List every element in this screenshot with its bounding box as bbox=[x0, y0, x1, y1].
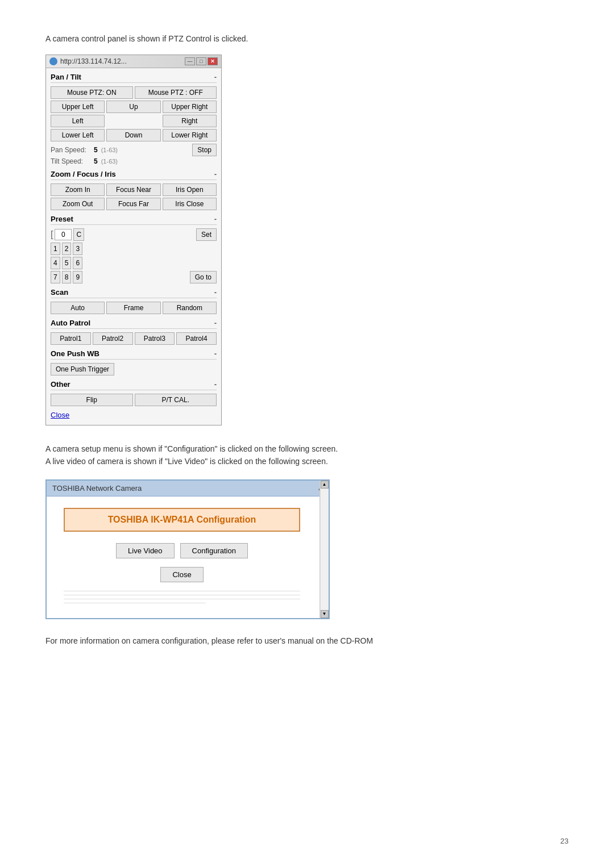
zoom-focus-iris-collapse[interactable]: - bbox=[214, 170, 217, 178]
zoom-focus-iris-header: Zoom / Focus / Iris - bbox=[51, 170, 217, 180]
preset-row-3: 7 8 9 Go to bbox=[51, 271, 217, 283]
scroll-up-button[interactable]: ▲ bbox=[321, 481, 329, 489]
focus-far-button[interactable]: Focus Far bbox=[106, 198, 160, 210]
left-button[interactable]: Left bbox=[51, 115, 105, 127]
upper-left-button[interactable]: Upper Left bbox=[51, 101, 105, 113]
zoom-out-button[interactable]: Zoom Out bbox=[51, 198, 105, 210]
preset-1-button[interactable]: 1 bbox=[51, 243, 60, 255]
footer-text: For more information on camera configura… bbox=[45, 636, 569, 645]
preset-label: Preset bbox=[51, 215, 73, 223]
other-collapse[interactable]: - bbox=[214, 380, 217, 389]
preset-header: Preset - bbox=[51, 215, 217, 225]
preset-2-button[interactable]: 2 bbox=[62, 243, 72, 255]
preset-set-button[interactable]: Set bbox=[196, 228, 217, 241]
middle-text-line1: A camera setup menu is shown if "Configu… bbox=[45, 444, 338, 453]
patrol3-button[interactable]: Patrol3 bbox=[135, 332, 175, 345]
ptz-content: Pan / Tilt - Mouse PTZ: ON Mouse PTZ : O… bbox=[46, 68, 221, 425]
mouse-ptz-on-button[interactable]: Mouse PTZ: ON bbox=[51, 86, 133, 99]
config-scrollbar[interactable]: ▲ ▼ bbox=[320, 481, 329, 618]
config-buttons: Live Video Configuration bbox=[64, 543, 300, 558]
auto-patrol-label: Auto Patrol bbox=[51, 319, 90, 327]
pt-cal-button[interactable]: P/T CAL. bbox=[135, 394, 217, 406]
middle-text: A camera setup menu is shown if "Configu… bbox=[45, 443, 569, 468]
pan-tilt-label: Pan / Tilt bbox=[51, 73, 81, 81]
scan-random-button[interactable]: Random bbox=[163, 302, 217, 314]
scan-label: Scan bbox=[51, 288, 68, 297]
minimize-button[interactable]: — bbox=[185, 57, 195, 65]
config-close-button[interactable]: Close bbox=[160, 567, 203, 582]
ptz-titlebar-left: http://133.114.74.12... bbox=[49, 57, 127, 65]
preset-5-button[interactable]: 5 bbox=[62, 257, 72, 269]
up-button[interactable]: Up bbox=[106, 101, 160, 113]
preset-row-1: 1 2 3 bbox=[51, 243, 217, 255]
preset-input[interactable] bbox=[55, 229, 72, 240]
config-lines bbox=[64, 591, 300, 603]
iris-open-button[interactable]: Iris Open bbox=[163, 183, 217, 196]
tilt-speed-label: Tilt Speed: bbox=[51, 157, 90, 165]
other-buttons-row: Flip P/T CAL. bbox=[51, 394, 217, 406]
config-window-title: TOSHIBA Network Camera bbox=[52, 484, 142, 493]
scroll-down-button[interactable]: ▼ bbox=[321, 610, 329, 618]
preset-4-button[interactable]: 4 bbox=[51, 257, 60, 269]
iris-close-button[interactable]: Iris Close bbox=[163, 198, 217, 210]
preset-6-button[interactable]: 6 bbox=[73, 257, 82, 269]
config-line-4 bbox=[64, 603, 206, 603]
titlebar-controls[interactable]: — □ ✕ bbox=[185, 57, 218, 65]
patrol2-button[interactable]: Patrol2 bbox=[93, 332, 133, 345]
scan-auto-button[interactable]: Auto bbox=[51, 302, 105, 314]
right-button[interactable]: Right bbox=[163, 115, 217, 127]
scan-frame-button[interactable]: Frame bbox=[106, 302, 160, 314]
scan-collapse[interactable]: - bbox=[214, 288, 217, 297]
auto-patrol-collapse[interactable]: - bbox=[214, 319, 217, 327]
patrol1-button[interactable]: Patrol1 bbox=[51, 332, 91, 345]
scan-header: Scan - bbox=[51, 288, 217, 298]
stop-btn-container: Stop bbox=[192, 144, 217, 156]
preset-c-button[interactable]: C bbox=[73, 228, 84, 241]
ptz-close-link[interactable]: Close bbox=[51, 410, 69, 420]
preset-9-button[interactable]: 9 bbox=[73, 271, 82, 283]
ptz-window: http://133.114.74.12... — □ ✕ Pan / Tilt… bbox=[45, 55, 222, 425]
down-button[interactable]: Down bbox=[106, 129, 160, 141]
config-line-1 bbox=[64, 591, 300, 591]
lower-right-button[interactable]: Lower Right bbox=[163, 129, 217, 141]
patrol4-button[interactable]: Patrol4 bbox=[176, 332, 217, 345]
zoom-in-button[interactable]: Zoom In bbox=[51, 183, 105, 196]
config-line-2 bbox=[64, 595, 300, 595]
directional-grid: Upper Left Up Upper Right Left Right Low… bbox=[51, 101, 217, 141]
configuration-button[interactable]: Configuration bbox=[180, 543, 248, 558]
other-label: Other bbox=[51, 380, 70, 389]
preset-collapse[interactable]: - bbox=[214, 215, 217, 223]
one-push-trigger-button[interactable]: One Push Trigger bbox=[51, 363, 114, 375]
pan-speed-row: Pan Speed: 5 (1-63) Stop bbox=[51, 144, 217, 156]
preset-bracket: [ bbox=[51, 229, 53, 240]
maximize-button[interactable]: □ bbox=[196, 57, 206, 65]
one-push-wb-collapse[interactable]: - bbox=[214, 349, 217, 358]
preset-goto-button[interactable]: Go to bbox=[190, 271, 217, 283]
upper-right-button[interactable]: Upper Right bbox=[163, 101, 217, 113]
pan-tilt-header: Pan / Tilt - bbox=[51, 73, 217, 83]
preset-row-2: 4 5 6 bbox=[51, 257, 217, 269]
pan-speed-range: (1-63) bbox=[101, 147, 118, 153]
mouse-ptz-off-button[interactable]: Mouse PTZ : OFF bbox=[135, 86, 217, 99]
focus-near-button[interactable]: Focus Near bbox=[106, 183, 160, 196]
config-line-3 bbox=[64, 599, 300, 599]
lower-left-button[interactable]: Lower Left bbox=[51, 129, 105, 141]
preset-rows: [ C Set 1 2 3 4 5 6 7 8 9 bbox=[51, 228, 217, 283]
flip-button[interactable]: Flip bbox=[51, 394, 133, 406]
auto-patrol-header: Auto Patrol - bbox=[51, 319, 217, 329]
preset-3-button[interactable]: 3 bbox=[73, 243, 82, 255]
pan-tilt-collapse[interactable]: - bbox=[214, 73, 217, 81]
zoom-focus-iris-grid: Zoom In Focus Near Iris Open Zoom Out Fo… bbox=[51, 183, 217, 210]
config-close-row: Close bbox=[64, 567, 300, 582]
preset-8-button[interactable]: 8 bbox=[62, 271, 72, 283]
browser-icon bbox=[49, 57, 57, 65]
preset-7-button[interactable]: 7 bbox=[51, 271, 60, 283]
one-push-row: One Push Trigger bbox=[51, 363, 217, 375]
stop-button[interactable]: Stop bbox=[192, 144, 217, 156]
config-camera-title: TOSHIBA IK-WP41A Configuration bbox=[64, 508, 300, 532]
close-window-button[interactable]: ✕ bbox=[208, 57, 218, 65]
live-video-button[interactable]: Live Video bbox=[116, 543, 174, 558]
ptz-window-title: http://133.114.74.12... bbox=[60, 57, 127, 65]
intro-text: A camera control panel is shown if PTZ C… bbox=[45, 34, 569, 43]
scan-buttons-row: Auto Frame Random bbox=[51, 302, 217, 314]
